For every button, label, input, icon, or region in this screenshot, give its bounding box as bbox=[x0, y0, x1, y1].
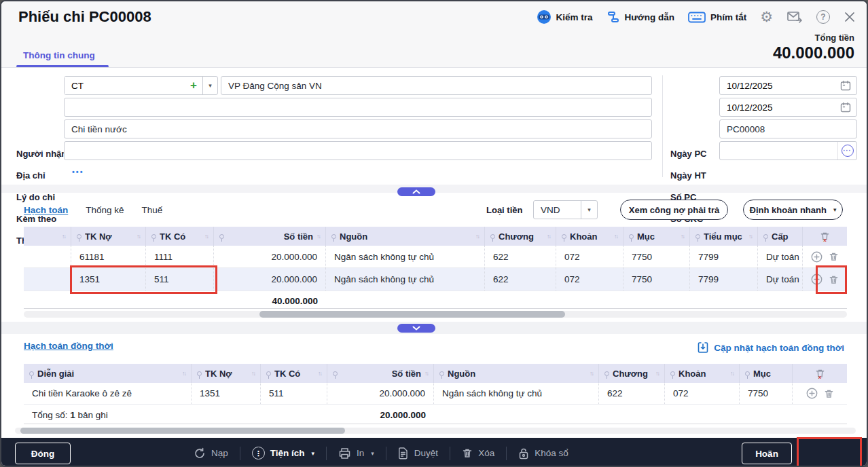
scrollbar-thumb[interactable] bbox=[259, 311, 565, 318]
recipient-code-input[interactable] bbox=[65, 77, 190, 94]
tab-thong-ke[interactable]: Thống kê bbox=[86, 205, 124, 215]
sort-icon[interactable]: ↑↓ bbox=[251, 370, 255, 377]
sort-icon[interactable]: ↑↓ bbox=[424, 370, 428, 377]
calendar-icon[interactable] bbox=[840, 80, 856, 91]
cell-nguon[interactable]: Ngân sách không tự chủ bbox=[326, 246, 485, 267]
utilities-button[interactable]: ⋮ Tiện ích ▾ bbox=[252, 447, 314, 460]
print-button[interactable]: In ▾ bbox=[338, 447, 374, 460]
sort-icon[interactable]: ↑↓ bbox=[655, 370, 659, 377]
cell-cap[interactable]: Dự toán bbox=[758, 268, 803, 291]
cell-tk-no[interactable]: 61181 bbox=[71, 246, 146, 267]
sort-icon[interactable]: ↑↓ bbox=[730, 370, 734, 377]
cell-chuong[interactable]: 622 bbox=[485, 246, 556, 267]
column-header-so-tien[interactable]: Số tiền↑↓ bbox=[214, 227, 326, 246]
sort-icon[interactable]: ↑↓ bbox=[748, 233, 752, 240]
reference-more-icon[interactable]: ••• bbox=[72, 168, 84, 176]
pin-icon[interactable] bbox=[77, 234, 82, 239]
column-header-nguon[interactable]: Nguồn↑↓ bbox=[434, 364, 599, 383]
cell-chuong[interactable]: 622 bbox=[485, 268, 556, 291]
column-header-tieu-muc[interactable]: Tiểu mục↑↓ bbox=[690, 227, 758, 246]
cell-tieu-muc[interactable]: 7799 bbox=[690, 246, 758, 267]
pin-icon[interactable] bbox=[331, 234, 336, 239]
sort-icon[interactable]: ↑↓ bbox=[62, 233, 65, 240]
pin-icon[interactable] bbox=[197, 371, 202, 376]
address-input[interactable] bbox=[64, 98, 652, 117]
posting-date-input[interactable] bbox=[720, 102, 840, 113]
check-button[interactable]: Kiểm tra bbox=[537, 10, 593, 24]
cell-tk-no[interactable]: 1351 bbox=[71, 268, 146, 291]
column-header-so-tien[interactable]: Số tiền↑↓ bbox=[327, 364, 434, 383]
delete-row-icon[interactable] bbox=[824, 388, 834, 399]
tab-hach-toan[interactable]: Hạch toán bbox=[24, 205, 68, 215]
pin-icon[interactable] bbox=[670, 371, 675, 376]
ckc-number-input[interactable] bbox=[720, 146, 837, 156]
add-row-icon[interactable] bbox=[806, 388, 818, 399]
cell-tieu-muc[interactable]: 7799 bbox=[690, 268, 758, 291]
sort-icon[interactable]: ↑↓ bbox=[204, 233, 208, 240]
calendar-icon[interactable] bbox=[840, 102, 856, 113]
pin-icon[interactable] bbox=[439, 371, 444, 376]
pin-icon[interactable] bbox=[219, 234, 224, 239]
column-header-delete[interactable]: x bbox=[793, 364, 847, 383]
view-payable-button[interactable]: Xem công nợ phải trả bbox=[620, 200, 728, 220]
pin-icon[interactable] bbox=[490, 234, 495, 239]
pin-icon[interactable] bbox=[266, 371, 271, 376]
pin-icon[interactable] bbox=[29, 371, 34, 376]
cell-so-tien[interactable]: 20.000.000 bbox=[214, 268, 326, 291]
approve-button[interactable]: Duyệt bbox=[398, 447, 438, 460]
pin-icon[interactable] bbox=[604, 371, 609, 376]
column-header-tk-no[interactable]: TK Nợ↑↓ bbox=[192, 364, 261, 383]
pin-icon[interactable] bbox=[629, 234, 634, 239]
delete-row-icon[interactable] bbox=[829, 274, 839, 285]
cell-muc[interactable]: 7750 bbox=[740, 383, 793, 404]
column-header-dien-giai[interactable]: Diễn giải↑↓ bbox=[24, 364, 192, 383]
column-header-delete[interactable]: x bbox=[803, 227, 847, 246]
cell-khoan[interactable]: 072 bbox=[556, 246, 623, 267]
sort-icon[interactable]: ↑↓ bbox=[590, 370, 593, 377]
column-header-khoan[interactable]: Khoản↑↓ bbox=[556, 227, 623, 246]
scrollbar-thumb[interactable] bbox=[20, 428, 345, 434]
add-recipient-icon[interactable]: + bbox=[190, 77, 202, 94]
collapse-down-button[interactable] bbox=[397, 324, 435, 333]
reload-button[interactable]: Nạp bbox=[194, 447, 228, 460]
sort-icon[interactable]: ↑↓ bbox=[182, 370, 185, 377]
pin-icon[interactable] bbox=[695, 234, 700, 239]
collapse-up-button[interactable] bbox=[397, 187, 435, 196]
cell-muc[interactable]: 7750 bbox=[623, 268, 690, 291]
sort-icon[interactable]: ↑↓ bbox=[318, 370, 321, 377]
cell-so-tien[interactable]: 20.000.000 bbox=[214, 246, 326, 267]
voucher-date-input[interactable] bbox=[720, 81, 840, 91]
cell-tk-co[interactable]: 1111 bbox=[146, 246, 214, 267]
update-concurrent-link[interactable]: Cập nhật hạch toán đồng thời bbox=[698, 341, 844, 354]
recipient-dropdown-icon[interactable]: ▾ bbox=[202, 77, 217, 94]
sort-icon[interactable]: ↑↓ bbox=[614, 233, 617, 240]
cell-khoan[interactable]: 072 bbox=[665, 383, 740, 404]
pin-icon[interactable] bbox=[763, 234, 768, 239]
column-header-chuong[interactable]: Chương↑↓ bbox=[599, 364, 665, 383]
column-header-cap[interactable]: Cấp bbox=[758, 227, 803, 246]
guide-button[interactable]: Hướng dẫn bbox=[607, 10, 674, 24]
attachment-input[interactable] bbox=[64, 141, 652, 160]
sort-icon[interactable]: ↑↓ bbox=[137, 233, 140, 240]
pin-icon[interactable] bbox=[151, 234, 156, 239]
column-header-muc[interactable]: Mục↑↓ bbox=[623, 227, 690, 246]
send-mail-icon[interactable] bbox=[786, 10, 803, 24]
cell-nguon[interactable]: Ngân sách không tự chủ bbox=[326, 268, 485, 291]
close-icon[interactable] bbox=[844, 11, 856, 23]
settings-icon[interactable]: ⚙ bbox=[760, 10, 773, 24]
cell-tk-co[interactable]: 511 bbox=[146, 268, 214, 291]
column-header-tk-no[interactable]: TK Nợ↑↓ bbox=[71, 227, 146, 246]
tab-general-info[interactable]: Thông tin chung bbox=[23, 50, 95, 60]
help-icon[interactable]: ? bbox=[816, 10, 830, 24]
pin-icon[interactable] bbox=[745, 371, 750, 376]
delete-button[interactable]: Xóa bbox=[462, 447, 494, 459]
concurrent-section-title[interactable]: Hạch toán đồng thời bbox=[24, 341, 113, 351]
column-header-chuong[interactable]: Chương↑↓ bbox=[485, 227, 556, 246]
add-row-icon[interactable] bbox=[811, 274, 822, 285]
reason-input[interactable] bbox=[64, 119, 652, 138]
voucher-number-input[interactable] bbox=[719, 119, 857, 138]
cell-muc[interactable]: 7750 bbox=[623, 246, 690, 267]
tab-thue[interactable]: Thuế bbox=[142, 205, 163, 215]
cell-khoan[interactable]: 072 bbox=[556, 268, 623, 291]
ckc-more-button[interactable]: ··· bbox=[837, 142, 856, 160]
